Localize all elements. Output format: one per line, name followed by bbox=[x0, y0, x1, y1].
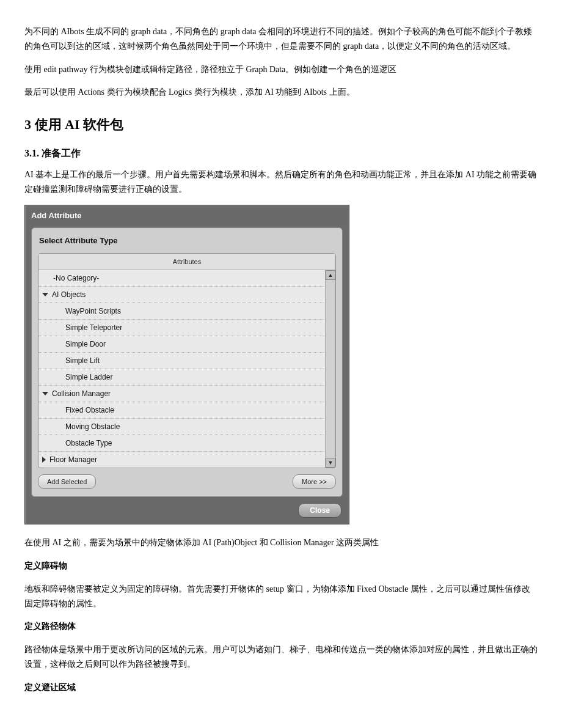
attribute-row-label: Simple Lift bbox=[65, 355, 100, 367]
attribute-row[interactable]: Collision Manager bbox=[38, 386, 326, 402]
subsection-heading: 3.1. 准备工作 bbox=[24, 145, 538, 161]
panel-title: Select Attribute Type bbox=[39, 234, 336, 248]
attribute-row-label: Collision Manager bbox=[52, 388, 111, 400]
paragraph: 地板和障碍物需要被定义为固定的障碍物。首先需要打开物体的 setup 窗口，为物… bbox=[24, 582, 538, 611]
chevron-down-icon bbox=[42, 293, 48, 296]
sub-heading: 定义避让区域 bbox=[24, 680, 538, 695]
attribute-row[interactable]: Simple Lift bbox=[38, 353, 326, 369]
close-button[interactable]: Close bbox=[298, 503, 341, 518]
attribute-row[interactable]: AI Objects bbox=[38, 287, 326, 303]
attribute-row-label: Obstacle Type bbox=[65, 437, 112, 449]
attribute-row[interactable]: WayPoint Scripts bbox=[38, 303, 326, 320]
attribute-row[interactable]: Obstacle Type bbox=[38, 435, 326, 452]
attribute-row-label: Fixed Obstacle bbox=[65, 404, 114, 416]
add-attribute-dialog: Add Attribute Select Attribute Type Attr… bbox=[24, 205, 349, 524]
attribute-row-label: Moving Obstacle bbox=[65, 421, 120, 433]
scroll-down-icon[interactable]: ▼ bbox=[326, 458, 335, 468]
more-button[interactable]: More >> bbox=[293, 474, 336, 489]
paragraph: 使用 edit pathway 行为模块创建或辑特定路径，路径独立于 Graph… bbox=[24, 62, 538, 77]
scroll-track[interactable] bbox=[326, 280, 335, 458]
section-heading: 3 使用 AI 软件包 bbox=[24, 113, 538, 136]
paragraph: 为不同的 AIbots 生成不同的 graph data，不同角色的 graph… bbox=[24, 24, 538, 54]
paragraph: 在使用 AI 之前，需要为场景中的特定物体添加 AI (Path)Object … bbox=[24, 535, 538, 550]
attribute-row[interactable]: Simple Ladder bbox=[38, 369, 326, 386]
list-body: ▲ ▼ -No Category-AI ObjectsWayPoint Scri… bbox=[38, 270, 335, 468]
attribute-row-label: Simple Ladder bbox=[65, 371, 112, 383]
attribute-row[interactable]: Floor Manager bbox=[38, 452, 326, 468]
attribute-row[interactable]: Simple Teleporter bbox=[38, 320, 326, 336]
add-selected-button[interactable]: Add Selected bbox=[38, 474, 96, 489]
dialog-title: Add Attribute bbox=[25, 205, 349, 227]
paragraph: AI 基本上是工作的最后一个步骤。用户首先需要构建场景和脚本。然后确定所有的角色… bbox=[24, 167, 538, 197]
attribute-row-label: -No Category- bbox=[53, 272, 99, 284]
scroll-up-icon[interactable]: ▲ bbox=[326, 270, 335, 280]
paragraph: 最后可以使用 Actions 类行为模块配合 Logics 类行为模块，添加 A… bbox=[24, 85, 538, 100]
chevron-right-icon bbox=[42, 457, 46, 463]
chevron-down-icon bbox=[42, 392, 48, 395]
sub-heading: 定义路径物体 bbox=[24, 619, 538, 634]
attribute-row-label: Simple Teleporter bbox=[65, 322, 122, 334]
scrollbar[interactable]: ▲ ▼ bbox=[325, 270, 335, 468]
attribute-row-label: Simple Door bbox=[65, 338, 106, 350]
sub-heading: 定义障碍物 bbox=[24, 559, 538, 573]
attribute-row[interactable]: -No Category- bbox=[38, 270, 326, 287]
paragraph: 路径物体是场景中用于更改所访问的区域的元素。用户可以为诸如门、梯子、电梯和传送点… bbox=[24, 642, 538, 672]
attribute-row[interactable]: Simple Door bbox=[38, 336, 326, 353]
select-attribute-panel: Select Attribute Type Attributes ▲ ▼ -No… bbox=[31, 227, 343, 497]
attribute-row-label: AI Objects bbox=[52, 289, 86, 301]
attribute-list: Attributes ▲ ▼ -No Category-AI ObjectsWa… bbox=[38, 253, 336, 469]
attribute-row-label: Floor Manager bbox=[49, 454, 97, 466]
attribute-row[interactable]: Fixed Obstacle bbox=[38, 402, 326, 419]
attribute-row-label: WayPoint Scripts bbox=[65, 305, 121, 317]
attribute-row[interactable]: Moving Obstacle bbox=[38, 419, 326, 435]
list-header: Attributes bbox=[38, 254, 335, 271]
